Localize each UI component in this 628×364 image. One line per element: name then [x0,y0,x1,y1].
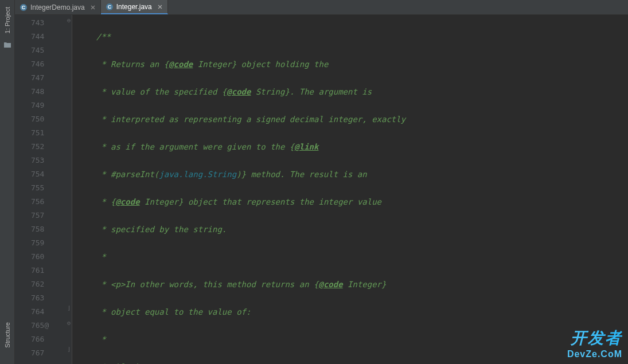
close-icon[interactable] [157,4,163,10]
folder-icon [3,40,12,49]
java-class-icon: C [19,3,28,11]
close-icon[interactable] [90,5,96,10]
code-editor[interactable]: 743 744 745 746 747 748 749 750 751 752 … [15,15,628,364]
tool-window-sidebar: 1: Project Structure [0,0,15,364]
tab-label: Integer.java [116,3,152,11]
line-numbers: 743 744 745 746 747 748 749 750 751 752 … [15,15,49,364]
java-class-icon: C [106,3,114,11]
tab-integer[interactable]: C Integer.java [101,0,168,14]
svg-text:C: C [107,4,111,10]
javadoc-start: /** [96,32,111,41]
fold-end-icon[interactable]: ⌋ [67,346,71,353]
tab-label: IntegerDemo.java [30,3,85,11]
editor-gutter: 743 744 745 746 747 748 749 750 751 752 … [15,15,72,364]
fold-toggle-icon[interactable]: ⊖ [67,320,71,326]
project-tool-button[interactable]: 1: Project [4,2,11,38]
editor-tabs: C IntegerDemo.java C Integer.java [15,0,628,15]
svg-text:C: C [22,5,26,10]
fold-end-icon[interactable]: ⌋ [67,305,71,311]
code-content[interactable]: /** * Returns an {@code Integer} object … [72,15,628,364]
override-icon[interactable]: @ [44,319,49,332]
fold-toggle-icon[interactable]: ⊖ [67,17,71,24]
gutter-icons: @ ⊖ ⌋ ⊖ ⌋ [49,15,72,364]
tab-integerdemo[interactable]: C IntegerDemo.java [15,0,101,14]
structure-tool-button[interactable]: Structure [4,318,11,353]
